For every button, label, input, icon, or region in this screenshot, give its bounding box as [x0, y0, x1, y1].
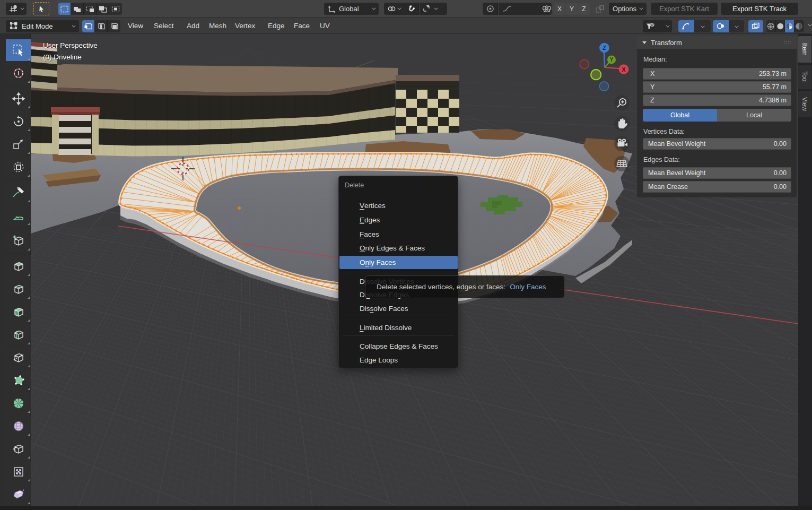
svg-text:Z: Z	[603, 45, 606, 51]
svg-text:Y: Y	[610, 57, 614, 63]
svg-text:(0) Driveline: (0) Driveline	[43, 53, 82, 61]
svg-text:User Perspective: User Perspective	[43, 41, 98, 49]
svg-text:X: X	[622, 66, 626, 73]
